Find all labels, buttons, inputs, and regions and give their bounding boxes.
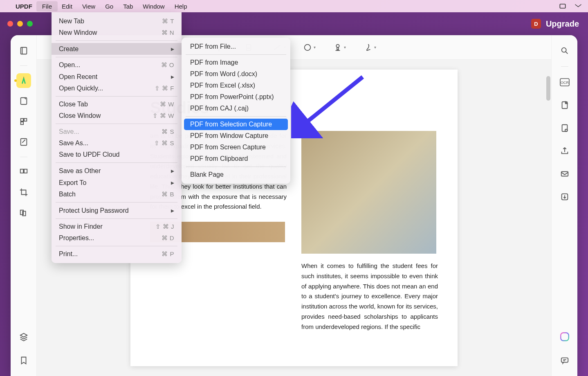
window-close[interactable] <box>7 21 13 27</box>
left-sep <box>20 157 27 157</box>
file-menu-item-batch[interactable]: Batch⌘ B <box>52 189 182 200</box>
window-maximize[interactable] <box>27 21 33 27</box>
menu-file[interactable]: File <box>36 1 58 11</box>
menu-go[interactable]: Go <box>105 3 113 10</box>
file-menu-item-new-tab[interactable]: New Tab⌘ T <box>52 16 182 27</box>
menu-separator <box>56 124 177 124</box>
search-icon[interactable] <box>557 43 572 58</box>
page-info-icon[interactable] <box>557 98 572 113</box>
menu-separator <box>186 116 286 117</box>
right-toolbar: OCR <box>551 35 577 376</box>
menu-shortcut: ⌘ D <box>162 234 175 242</box>
menu-shortcut: ⇧ ⌘ F <box>155 85 174 92</box>
layers-icon[interactable] <box>16 329 31 344</box>
menu-item-label: Save As... <box>59 140 88 147</box>
protect-icon[interactable] <box>557 121 572 135</box>
create-submenu-item-pdf-from-window-capture[interactable]: PDF from Window Capture <box>184 130 288 142</box>
create-submenu-item-pdf-from-screen-capture[interactable]: PDF from Screen Capture <box>184 142 288 153</box>
menu-view[interactable]: View <box>82 3 95 10</box>
reader-tool-icon[interactable] <box>16 43 31 58</box>
file-menu-item-save-as[interactable]: Save As...⇧ ⌘ S <box>52 137 182 149</box>
menu-separator <box>56 41 177 41</box>
menu-shortcut: ⌘ P <box>162 250 174 258</box>
svg-rect-7 <box>20 169 23 173</box>
menu-separator <box>56 162 177 163</box>
markup-tool-icon[interactable] <box>16 73 31 88</box>
file-menu-item-protect-using-password[interactable]: Protect Using Password▸ <box>52 205 182 216</box>
scrollbar-thumb[interactable] <box>546 76 550 101</box>
menu-shortcut: ⌘ B <box>162 191 174 198</box>
svg-point-12 <box>304 44 310 50</box>
bookmarks-icon[interactable] <box>16 353 31 368</box>
file-menu-item-close-window[interactable]: Close Window⇧ ⌘ W <box>52 110 182 122</box>
file-menu-item-open-recent[interactable]: Open Recent▸ <box>52 71 182 83</box>
menu-item-label: New Window <box>59 29 97 36</box>
menu-shortcut: ⇧ ⌘ S <box>154 140 174 147</box>
file-menu-item-show-in-finder[interactable]: Show in Finder⇧ ⌘ J <box>52 221 182 232</box>
menu-tab[interactable]: Tab <box>123 3 133 10</box>
menu-separator <box>56 202 177 203</box>
crop-tool-icon[interactable] <box>16 185 31 200</box>
create-submenu-item-pdf-from-excel-xlsx[interactable]: PDF from Excel (.xlsx) <box>184 80 288 91</box>
window-minimize[interactable] <box>17 21 23 27</box>
create-submenu-item-pdf-from-caj-caj[interactable]: PDF from CAJ (.caj) <box>184 103 288 114</box>
file-menu-item-new-window[interactable]: New Window⌘ N <box>52 27 182 38</box>
app-name[interactable]: UPDF <box>16 3 32 10</box>
organize-tool-icon[interactable] <box>16 164 31 179</box>
menu-item-label: Protect Using Password <box>59 207 129 214</box>
file-menu-item-open[interactable]: Open...⌘ O <box>52 59 182 71</box>
menu-help[interactable]: Help <box>175 3 187 10</box>
create-submenu-item-pdf-from-selection-capture[interactable]: PDF from Selection Capture <box>184 119 288 130</box>
user-badge[interactable]: D <box>531 19 541 29</box>
share-icon[interactable] <box>557 144 572 158</box>
tray-icon-1[interactable] <box>559 2 567 10</box>
menu-item-label: Open Recent <box>59 73 97 81</box>
file-menu-item-open-quickly[interactable]: Open Quickly...⇧ ⌘ F <box>52 83 182 94</box>
file-menu-dropdown: New Tab⌘ TNew Window⌘ NCreate▸Open...⌘ O… <box>52 12 182 263</box>
svg-rect-3 <box>20 119 23 121</box>
svg-point-13 <box>336 44 339 47</box>
menu-separator <box>56 57 177 57</box>
ai-icon[interactable] <box>557 329 572 344</box>
tray-icon-2[interactable] <box>574 2 582 10</box>
create-submenu-item-pdf-from-word-docx[interactable]: PDF from Word (.docx) <box>184 68 288 80</box>
create-submenu-item-pdf-from-clipboard[interactable]: PDF from Clipboard <box>184 153 288 164</box>
circle-tool-icon[interactable]: ▾ <box>302 41 316 54</box>
thumbnails-tool-icon[interactable] <box>16 114 31 129</box>
create-submenu-item-pdf-from-file[interactable]: PDF from File... <box>184 41 288 52</box>
upgrade-button[interactable]: Upgrade <box>546 19 579 29</box>
page-image-1 <box>301 131 436 254</box>
file-menu-item-save-as-other[interactable]: Save as Other▸ <box>52 165 182 177</box>
menu-edit[interactable]: Edit <box>62 3 72 10</box>
file-menu-item-save-to-updf-cloud[interactable]: Save to UPDF Cloud <box>52 149 182 160</box>
compare-tool-icon[interactable] <box>16 205 31 220</box>
menu-item-label: Close Tab <box>59 101 88 108</box>
file-menu-item-properties[interactable]: Properties...⌘ D <box>52 232 182 244</box>
file-menu-item-close-tab[interactable]: Close Tab⌘ W <box>52 99 182 110</box>
ocr-icon[interactable]: OCR <box>557 75 572 90</box>
svg-rect-4 <box>24 119 26 121</box>
create-submenu-item-pdf-from-image[interactable]: PDF from Image <box>184 57 288 68</box>
file-menu-item-print[interactable]: Print...⌘ P <box>52 248 182 260</box>
create-submenu-item-pdf-from-powerpoint-pptx[interactable]: PDF from PowerPoint (.pptx) <box>184 91 288 103</box>
submenu-arrow-icon: ▸ <box>171 179 174 187</box>
file-menu-item-create[interactable]: Create▸ <box>52 43 182 55</box>
file-menu-item-export-to[interactable]: Export To▸ <box>52 177 182 189</box>
svg-point-14 <box>561 48 566 52</box>
chat-icon[interactable] <box>557 353 572 368</box>
file-menu-item-save[interactable]: Save...⌘ S <box>52 126 182 137</box>
comment-tool-icon[interactable] <box>16 94 31 108</box>
edit-tool-icon[interactable] <box>16 135 31 149</box>
menu-window[interactable]: Window <box>143 3 164 10</box>
mail-icon[interactable] <box>557 167 572 181</box>
submenu-arrow-icon: ▸ <box>171 167 174 175</box>
create-submenu-item-blank-page[interactable]: Blank Page <box>184 169 288 180</box>
svg-rect-8 <box>24 169 27 173</box>
stamp-tool-icon[interactable]: ▾ <box>332 41 346 54</box>
signature-tool-icon[interactable]: ▾ <box>363 41 377 54</box>
page-body-right: When it comes to fulfilling the student … <box>301 261 438 332</box>
window-controls <box>7 21 33 27</box>
submenu-arrow-icon: ▸ <box>171 73 174 81</box>
save-cloud-icon[interactable] <box>557 189 572 204</box>
menu-shortcut: ⌘ T <box>162 18 174 25</box>
